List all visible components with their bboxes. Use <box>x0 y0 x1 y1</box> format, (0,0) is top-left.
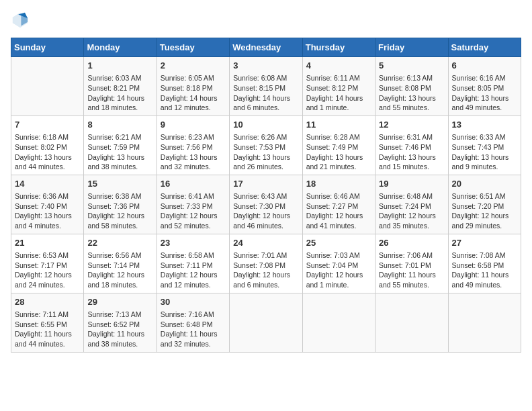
day-header-thursday: Thursday <box>302 38 375 57</box>
day-number: 11 <box>306 119 371 131</box>
day-number: 17 <box>233 178 298 190</box>
calendar-cell: 3Sunrise: 6:08 AM Sunset: 8:15 PM Daylig… <box>230 57 302 116</box>
calendar-cell <box>375 293 448 352</box>
calendar-cell <box>230 293 302 352</box>
calendar-cell <box>11 57 84 116</box>
calendar-cell: 30Sunrise: 7:16 AM Sunset: 6:48 PM Dayli… <box>157 293 229 352</box>
calendar-cell: 28Sunrise: 7:11 AM Sunset: 6:55 PM Dayli… <box>11 293 84 352</box>
day-number: 24 <box>233 237 298 249</box>
calendar-cell: 13Sunrise: 6:33 AM Sunset: 7:43 PM Dayli… <box>448 116 521 175</box>
day-info: Sunrise: 6:58 AM Sunset: 7:11 PM Dayligh… <box>161 250 226 290</box>
day-number: 19 <box>379 178 444 190</box>
calendar-cell: 19Sunrise: 6:48 AM Sunset: 7:24 PM Dayli… <box>375 175 448 234</box>
week-row-1: 1Sunrise: 6:03 AM Sunset: 8:21 PM Daylig… <box>11 57 521 116</box>
day-info: Sunrise: 6:48 AM Sunset: 7:24 PM Dayligh… <box>379 191 444 231</box>
logo <box>11 11 32 30</box>
day-info: Sunrise: 7:11 AM Sunset: 6:55 PM Dayligh… <box>15 310 80 349</box>
calendar-cell: 12Sunrise: 6:31 AM Sunset: 7:46 PM Dayli… <box>375 116 448 175</box>
day-info: Sunrise: 7:03 AM Sunset: 7:04 PM Dayligh… <box>306 250 371 290</box>
day-info: Sunrise: 6:51 AM Sunset: 7:20 PM Dayligh… <box>452 191 517 231</box>
day-header-monday: Monday <box>84 38 157 57</box>
day-header-saturday: Saturday <box>448 38 521 57</box>
calendar-cell: 10Sunrise: 6:26 AM Sunset: 7:53 PM Dayli… <box>230 116 302 175</box>
week-row-5: 28Sunrise: 7:11 AM Sunset: 6:55 PM Dayli… <box>11 293 521 352</box>
day-number: 28 <box>15 296 80 308</box>
day-number: 30 <box>161 296 226 308</box>
calendar-cell: 4Sunrise: 6:11 AM Sunset: 8:12 PM Daylig… <box>302 57 375 116</box>
day-header-sunday: Sunday <box>11 38 84 57</box>
day-header-wednesday: Wednesday <box>230 38 302 57</box>
calendar-cell: 2Sunrise: 6:05 AM Sunset: 8:18 PM Daylig… <box>157 57 229 116</box>
day-info: Sunrise: 6:43 AM Sunset: 7:30 PM Dayligh… <box>233 191 298 231</box>
day-number: 23 <box>161 237 226 249</box>
day-number: 21 <box>15 237 80 249</box>
calendar-cell: 6Sunrise: 6:16 AM Sunset: 8:05 PM Daylig… <box>448 57 521 116</box>
calendar-cell: 29Sunrise: 7:13 AM Sunset: 6:52 PM Dayli… <box>84 293 157 352</box>
day-number: 29 <box>87 296 152 308</box>
week-row-3: 14Sunrise: 6:36 AM Sunset: 7:40 PM Dayli… <box>11 175 521 234</box>
calendar-cell: 11Sunrise: 6:28 AM Sunset: 7:49 PM Dayli… <box>302 116 375 175</box>
calendar-cell: 23Sunrise: 6:58 AM Sunset: 7:11 PM Dayli… <box>157 234 229 293</box>
day-info: Sunrise: 6:21 AM Sunset: 7:59 PM Dayligh… <box>87 132 152 172</box>
day-header-friday: Friday <box>375 38 448 57</box>
calendar-cell: 20Sunrise: 6:51 AM Sunset: 7:20 PM Dayli… <box>448 175 521 234</box>
calendar-cell: 26Sunrise: 7:06 AM Sunset: 7:01 PM Dayli… <box>375 234 448 293</box>
calendar-table: SundayMondayTuesdayWednesdayThursdayFrid… <box>11 38 521 353</box>
day-info: Sunrise: 7:16 AM Sunset: 6:48 PM Dayligh… <box>161 310 226 349</box>
week-row-4: 21Sunrise: 6:53 AM Sunset: 7:17 PM Dayli… <box>11 234 521 293</box>
day-number: 8 <box>87 119 152 131</box>
day-number: 1 <box>87 60 152 72</box>
day-number: 7 <box>15 119 80 131</box>
day-number: 22 <box>87 237 152 249</box>
day-info: Sunrise: 6:18 AM Sunset: 8:02 PM Dayligh… <box>15 132 80 172</box>
day-number: 12 <box>379 119 444 131</box>
calendar-cell: 24Sunrise: 7:01 AM Sunset: 7:08 PM Dayli… <box>230 234 302 293</box>
day-info: Sunrise: 6:23 AM Sunset: 7:56 PM Dayligh… <box>161 132 226 172</box>
calendar-cell <box>448 293 521 352</box>
day-info: Sunrise: 6:33 AM Sunset: 7:43 PM Dayligh… <box>452 132 517 172</box>
day-number: 18 <box>306 178 371 190</box>
logo-icon <box>11 11 30 30</box>
day-info: Sunrise: 6:13 AM Sunset: 8:08 PM Dayligh… <box>379 73 444 113</box>
day-number: 16 <box>161 178 226 190</box>
day-number: 27 <box>452 237 517 249</box>
calendar-cell: 5Sunrise: 6:13 AM Sunset: 8:08 PM Daylig… <box>375 57 448 116</box>
calendar-cell: 8Sunrise: 6:21 AM Sunset: 7:59 PM Daylig… <box>84 116 157 175</box>
day-info: Sunrise: 7:06 AM Sunset: 7:01 PM Dayligh… <box>379 250 444 290</box>
day-number: 10 <box>233 119 298 131</box>
day-number: 14 <box>15 178 80 190</box>
page-header <box>11 11 521 30</box>
day-number: 4 <box>306 60 371 72</box>
calendar-cell: 1Sunrise: 6:03 AM Sunset: 8:21 PM Daylig… <box>84 57 157 116</box>
day-info: Sunrise: 7:01 AM Sunset: 7:08 PM Dayligh… <box>233 250 298 290</box>
calendar-cell: 14Sunrise: 6:36 AM Sunset: 7:40 PM Dayli… <box>11 175 84 234</box>
calendar-cell: 18Sunrise: 6:46 AM Sunset: 7:27 PM Dayli… <box>302 175 375 234</box>
day-info: Sunrise: 6:26 AM Sunset: 7:53 PM Dayligh… <box>233 132 298 172</box>
day-number: 6 <box>452 60 517 72</box>
day-info: Sunrise: 6:38 AM Sunset: 7:36 PM Dayligh… <box>87 191 152 231</box>
day-number: 20 <box>452 178 517 190</box>
calendar-cell: 7Sunrise: 6:18 AM Sunset: 8:02 PM Daylig… <box>11 116 84 175</box>
day-number: 2 <box>161 60 226 72</box>
day-info: Sunrise: 6:46 AM Sunset: 7:27 PM Dayligh… <box>306 191 371 231</box>
week-row-2: 7Sunrise: 6:18 AM Sunset: 8:02 PM Daylig… <box>11 116 521 175</box>
day-number: 13 <box>452 119 517 131</box>
day-number: 9 <box>161 119 226 131</box>
day-info: Sunrise: 7:13 AM Sunset: 6:52 PM Dayligh… <box>87 310 152 349</box>
day-number: 5 <box>379 60 444 72</box>
header-row: SundayMondayTuesdayWednesdayThursdayFrid… <box>11 38 521 57</box>
day-info: Sunrise: 6:08 AM Sunset: 8:15 PM Dayligh… <box>233 73 298 113</box>
day-info: Sunrise: 6:03 AM Sunset: 8:21 PM Dayligh… <box>87 73 152 113</box>
calendar-cell: 22Sunrise: 6:56 AM Sunset: 7:14 PM Dayli… <box>84 234 157 293</box>
day-info: Sunrise: 6:11 AM Sunset: 8:12 PM Dayligh… <box>306 73 371 113</box>
day-info: Sunrise: 6:28 AM Sunset: 7:49 PM Dayligh… <box>306 132 371 172</box>
day-info: Sunrise: 6:16 AM Sunset: 8:05 PM Dayligh… <box>452 73 517 113</box>
day-number: 26 <box>379 237 444 249</box>
calendar-cell: 17Sunrise: 6:43 AM Sunset: 7:30 PM Dayli… <box>230 175 302 234</box>
day-header-tuesday: Tuesday <box>157 38 229 57</box>
calendar-cell: 16Sunrise: 6:41 AM Sunset: 7:33 PM Dayli… <box>157 175 229 234</box>
day-number: 15 <box>87 178 152 190</box>
day-info: Sunrise: 7:08 AM Sunset: 6:58 PM Dayligh… <box>452 250 517 290</box>
day-info: Sunrise: 6:31 AM Sunset: 7:46 PM Dayligh… <box>379 132 444 172</box>
day-info: Sunrise: 6:05 AM Sunset: 8:18 PM Dayligh… <box>161 73 226 113</box>
